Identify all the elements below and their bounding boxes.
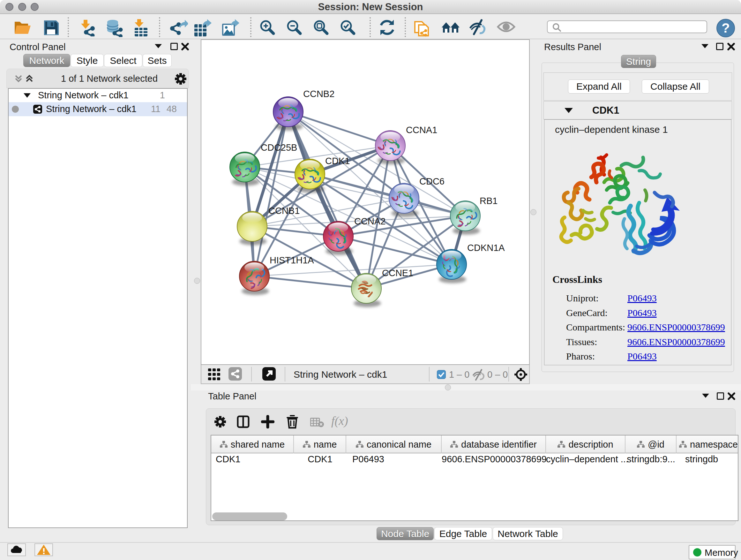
svg-text:CCNA1: CCNA1 <box>406 125 437 135</box>
svg-text:CDC6: CDC6 <box>419 176 445 186</box>
svg-text:CCNB2: CCNB2 <box>303 89 334 99</box>
svg-text:CDKN1A: CDKN1A <box>467 243 505 253</box>
svg-text:CDC25B: CDC25B <box>261 142 297 152</box>
svg-text:?: ? <box>722 20 730 36</box>
svg-text:CCNE1: CCNE1 <box>382 268 413 278</box>
svg-text:HIST1H1A: HIST1H1A <box>270 255 314 265</box>
svg-text:CCNB1: CCNB1 <box>268 206 300 216</box>
svg-text:CCNA2: CCNA2 <box>354 216 386 226</box>
svg-text:RB1: RB1 <box>480 196 497 206</box>
svg-text:CDK1: CDK1 <box>325 156 350 166</box>
